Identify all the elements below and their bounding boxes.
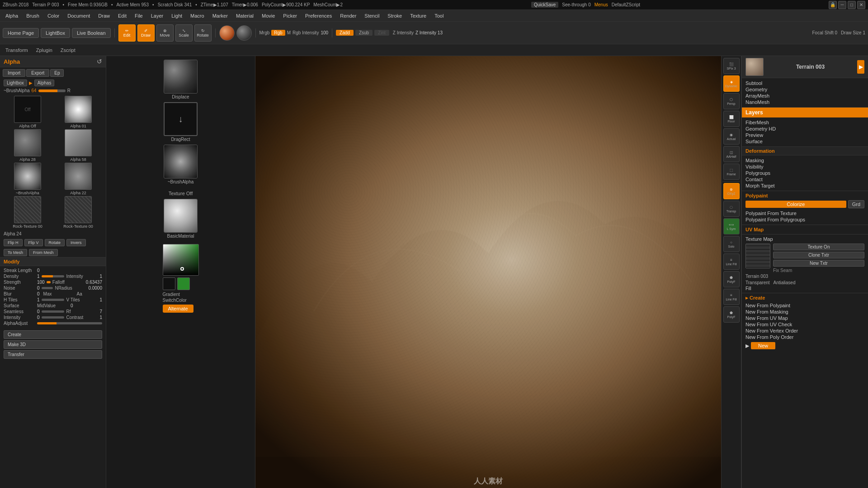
persp-button[interactable]: ⬡ Persp [723,93,740,109]
default-script[interactable]: DefaultZScript [612,2,640,7]
arraymesh-label[interactable]: ArrayMesh [745,93,769,99]
brushalpha-item[interactable]: ~BrushAlpha [164,145,198,184]
rgb-button[interactable]: Rgb [271,30,285,36]
antialiased-label[interactable]: Antialiased [774,280,796,285]
alpha-item-01[interactable]: Alpha 01 [53,96,103,128]
alpha-item-22[interactable]: Alpha 22 [53,163,103,195]
basic-material-item[interactable]: BasicMaterial [164,199,198,239]
seamless-slider[interactable] [42,310,65,313]
htiles-val[interactable]: 1 [37,297,40,302]
see-through[interactable]: See-through 0 [562,2,590,7]
polypaint-from-polygroups[interactable]: Polypaint From Polygroups [745,216,864,223]
noise-slider[interactable] [42,287,53,289]
alpha-item-rock2[interactable]: Rock-Texture 00 [53,196,103,229]
colorize-button[interactable]: Colorize [745,201,846,208]
menu-document[interactable]: Document [64,12,94,19]
quicksave-button[interactable]: QuickSave [531,2,558,8]
menu-material[interactable]: Material [232,12,257,19]
brush-alpha-slider[interactable] [38,89,66,92]
menu-file[interactable]: File [131,12,146,19]
alternate-button[interactable]: Alternate [163,305,193,313]
rotate-button[interactable]: ↻ Rotate [194,24,212,42]
transfer-button[interactable]: Transfer [4,350,102,359]
swatch-black[interactable] [163,277,175,290]
modify-section-header[interactable]: Modify [0,257,106,266]
alpha-item-brush[interactable]: ~BrushAlpha [3,163,52,195]
terrain-thumbnail[interactable] [745,58,764,76]
contrast-val[interactable]: 1 [99,315,102,320]
new-from-polypaint[interactable]: New From Polypaint [745,302,864,309]
grd-button[interactable]: Grd [848,200,864,208]
menu-edit[interactable]: Edit [114,12,130,19]
new-txtr-button[interactable]: New Txtr [773,260,864,267]
fix-seam-button[interactable]: Fix Seam [773,268,864,273]
layers-section[interactable]: Layers [742,108,868,117]
polyf2-button[interactable]: ⬟ PolyF [723,306,740,323]
maximize-icon[interactable]: □ [848,1,856,9]
seamless-val[interactable]: 0 [37,309,40,314]
strength-val[interactable]: 100 [37,280,45,285]
lightbox-button[interactable]: LightBox [41,28,70,38]
menu-marker[interactable]: Marker [209,12,231,19]
minimize-icon[interactable]: ─ [838,1,846,9]
m-label[interactable]: M [287,30,291,35]
menu-stroke[interactable]: Stroke [384,12,406,19]
z-intensity-val[interactable]: Z Intensity 13 [415,30,443,35]
menu-color[interactable]: Color [44,12,63,19]
density-val[interactable]: 1 [37,274,40,279]
menu-brush[interactable]: Brush [23,12,43,19]
menu-tool[interactable]: Tool [431,12,447,19]
alpha-item-rock1[interactable]: Rock-Texture 00 [3,196,52,229]
strength-slider[interactable] [47,281,51,283]
texture-on-button[interactable]: Texture On [773,244,864,250]
clone-txtr-button[interactable]: Clone Txtr [773,252,864,258]
from-mesh-button[interactable]: From Mesh [29,249,58,256]
draw-size[interactable]: Draw Size 1 [841,30,865,35]
material-selector[interactable] [236,25,252,41]
new-from-vertex-order[interactable]: New From Vertex Order [745,328,864,334]
export-button[interactable]: Export [26,69,49,77]
contact-label[interactable]: Contact [745,177,763,182]
floor-button[interactable]: ⬜ Floor [723,111,740,127]
surface-label[interactable]: Surface [745,139,763,144]
color-picker-gradient[interactable] [163,244,199,276]
lightbox-button[interactable]: Lightbox [4,80,27,86]
menu-picker[interactable]: Picker [279,12,301,19]
new-from-uv-map[interactable]: New From UV Map [745,315,864,321]
dragrect-item[interactable]: ↓ DragRect [164,102,198,142]
spix-button[interactable]: ⬛ SPix 3 [723,58,740,74]
menus-button[interactable]: Menus [594,2,608,7]
alpha-adjust-slider[interactable] [37,322,102,324]
polygroups-label[interactable]: Polygroups [745,170,770,176]
linefill1-button[interactable]: ≡ Line Fill [723,253,740,270]
new-from-poly-order[interactable]: New From Poly Order [745,334,864,340]
draw-button[interactable]: ✐ Draw [137,24,155,42]
viewport[interactable]: 人人素材 ▼ [255,56,721,488]
swatch-green[interactable] [177,277,190,290]
edit-button[interactable]: ✏ Edit [118,24,136,42]
refresh-icon[interactable]: ↺ [97,58,102,65]
displace-item[interactable]: Displace [164,60,198,99]
close-icon[interactable]: ✕ [857,1,865,9]
morph-target-label[interactable]: Morph Target [745,183,775,188]
lock-icon[interactable]: 🔒 [829,1,837,9]
zadd-button[interactable]: Zadd [336,30,354,36]
texture-map-thumbnail[interactable] [745,244,770,268]
geometry-hd-label[interactable]: Geometry HD [745,126,776,131]
visibility-label[interactable]: Visibility [745,164,764,169]
dynamic-button[interactable]: ◈ Dynamic [723,75,740,92]
aahalf-button[interactable]: ◫ AAHalf [723,146,740,162]
color-picker[interactable]: Gradient SwitchColor Alternate [159,241,203,315]
new-button[interactable]: New [751,342,775,349]
menu-layer[interactable]: Layer [147,12,167,19]
subtool-label[interactable]: Subtool [745,80,762,86]
preview-label[interactable]: Preview [745,132,763,138]
flip-h-button[interactable]: Flip H [4,239,23,246]
intensity2-val[interactable]: 0 [37,315,40,320]
menu-alpha[interactable]: Alpha [2,12,22,19]
ep-button[interactable]: Ep [50,69,64,77]
create-button[interactable]: Create [4,330,102,339]
intensity-val[interactable]: 1 [99,274,102,279]
geometry-label[interactable]: Geometry [745,87,767,92]
menu-draw[interactable]: Draw [94,12,113,19]
